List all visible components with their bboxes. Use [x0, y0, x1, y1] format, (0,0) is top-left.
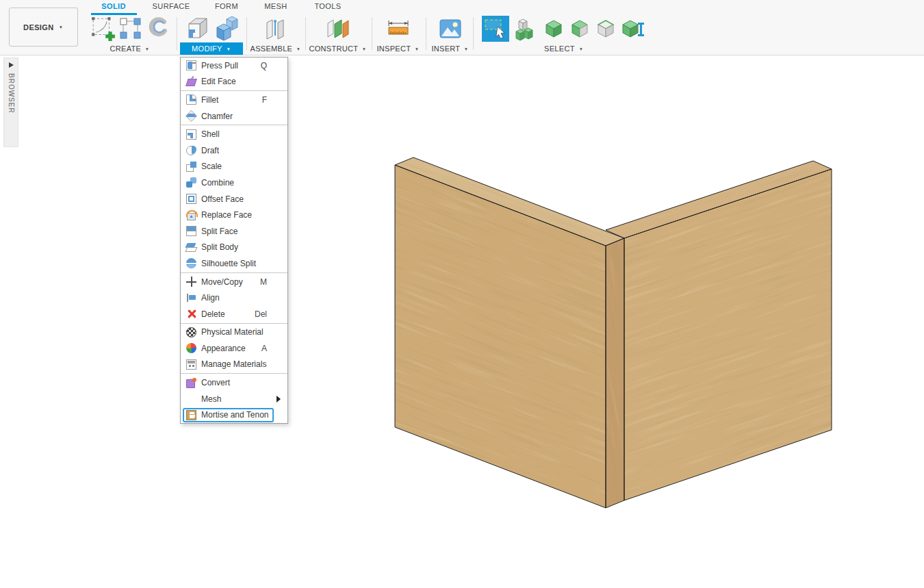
- toolbar-separator: [426, 17, 426, 50]
- workspace-switcher[interactable]: DESIGN: [9, 8, 78, 47]
- toolbar-separator: [305, 17, 306, 50]
- construct-button[interactable]: [326, 17, 350, 40]
- rectangular-pattern-button[interactable]: [118, 16, 143, 41]
- menu-item-label: Physical Material: [201, 327, 264, 337]
- menu-item-shortcut: F: [262, 95, 267, 105]
- menu-item-mortise-and-tenon[interactable]: Mortise and Tenon: [181, 407, 287, 423]
- group-label-assemble[interactable]: ASSEMBLE: [251, 42, 301, 55]
- menu-item-shortcut: Del: [255, 309, 267, 319]
- tab-solid[interactable]: SOLID: [97, 2, 131, 13]
- menu-item-scale[interactable]: Scale: [181, 159, 287, 175]
- model-viewport[interactable]: [0, 55, 924, 588]
- menu-item-physical-material[interactable]: Physical Material: [181, 324, 287, 341]
- convert-icon: [186, 378, 196, 388]
- menu-item-delete[interactable]: DeleteDel: [181, 306, 287, 322]
- dropdown-caret-icon: [361, 46, 367, 52]
- menu-item-offset-face[interactable]: Offset Face: [181, 191, 287, 207]
- insert-image-icon: [439, 18, 462, 40]
- menu-item-chamfer[interactable]: Chamfer: [181, 108, 287, 125]
- menu-item-move-copy[interactable]: Move/CopyM: [181, 274, 287, 290]
- menu-item-silhouette-split[interactable]: Silhouette Split: [181, 255, 287, 272]
- menu-item-mesh[interactable]: Mesh: [181, 391, 287, 407]
- silhouette-split-icon: [186, 258, 196, 268]
- select-face-button[interactable]: [569, 18, 590, 40]
- menu-item-label: Manage Materials: [201, 359, 266, 369]
- measure-button[interactable]: [386, 18, 411, 40]
- group-label-construct[interactable]: CONSTRUCT: [309, 42, 367, 55]
- select-text-cursor-button[interactable]: [621, 18, 646, 40]
- menu-item-label: Fillet: [201, 95, 218, 105]
- press-pull-button[interactable]: [183, 15, 211, 42]
- select-body-icon: [543, 18, 564, 40]
- menu-item-combine[interactable]: Combine: [181, 175, 287, 191]
- menu-item-split-face[interactable]: Split Face: [181, 223, 287, 240]
- group-insert: INSERT: [431, 15, 470, 55]
- select-edge-button[interactable]: [595, 18, 616, 40]
- rectangular-pattern-icon: [118, 16, 143, 41]
- menu-item-convert[interactable]: Convert: [181, 374, 287, 391]
- combine-button[interactable]: [213, 15, 240, 42]
- expand-arrow-icon: [9, 62, 14, 68]
- menu-item-label: Shell: [201, 129, 220, 139]
- sweep-button[interactable]: [145, 16, 170, 41]
- menu-item-label: Scale: [201, 162, 222, 171]
- select-window-button[interactable]: [482, 16, 509, 42]
- menu-item-label: Combine: [201, 178, 234, 188]
- menu-item-label: Press Pull: [201, 61, 238, 71]
- menu-item-shell[interactable]: Shell: [181, 126, 287, 142]
- blank-icon: [186, 394, 196, 404]
- dropdown-caret-icon: [414, 46, 420, 52]
- menu-item-draft[interactable]: Draft: [181, 142, 287, 159]
- group-label-inspect[interactable]: INSPECT: [376, 42, 420, 55]
- menu-item-label: Appearance: [201, 344, 246, 353]
- menu-item-label: Silhouette Split: [201, 259, 256, 268]
- tab-tools[interactable]: TOOLS: [314, 2, 342, 13]
- toolbar-separator: [473, 17, 474, 50]
- create-sketch-button[interactable]: [90, 16, 116, 42]
- insert-image-button[interactable]: [439, 18, 462, 40]
- browser-panel-collapsed[interactable]: BROWSER: [3, 57, 18, 147]
- menu-item-label: Mesh: [201, 394, 221, 404]
- inspect-measure-icon: [386, 18, 411, 40]
- group-modify: MODIFY: [180, 15, 243, 55]
- group-label-modify[interactable]: MODIFY: [180, 42, 243, 55]
- menu-item-label: Convert: [201, 378, 230, 387]
- menu-item-label: Mortise and Tenon: [201, 410, 269, 420]
- split-face-icon: [186, 226, 196, 236]
- group-create: CREATE: [86, 15, 174, 55]
- replace-face-icon: [186, 210, 196, 220]
- menu-item-align[interactable]: Align: [181, 290, 287, 306]
- select-priority-button[interactable]: [515, 16, 538, 41]
- align-icon: [186, 293, 196, 303]
- tab-form[interactable]: FORM: [214, 2, 239, 13]
- group-label-select[interactable]: SELECT: [478, 42, 650, 55]
- menu-item-fillet[interactable]: FilletF: [181, 92, 287, 108]
- mortise-tenon-icon: [186, 410, 196, 420]
- group-inspect: INSPECT: [376, 15, 420, 55]
- select-priority-icon: [515, 16, 538, 41]
- menu-item-label: Split Body: [201, 242, 238, 252]
- draft-icon: [186, 145, 196, 155]
- toolbar-separator: [177, 17, 177, 50]
- menu-item-shortcut: M: [260, 277, 267, 287]
- press-pull-icon: [186, 60, 196, 71]
- menu-item-edit-face[interactable]: Edit Face: [181, 74, 287, 90]
- group-label-insert[interactable]: INSERT: [431, 42, 470, 55]
- menu-item-label: Offset Face: [201, 194, 244, 204]
- menu-item-replace-face[interactable]: Replace Face: [181, 207, 287, 223]
- menu-item-split-body[interactable]: Split Body: [181, 240, 287, 256]
- tab-mesh[interactable]: MESH: [264, 2, 287, 13]
- assemble-button[interactable]: [264, 16, 288, 41]
- menu-item-label: Chamfer: [201, 112, 233, 121]
- menu-item-label: Edit Face: [201, 77, 236, 86]
- menu-item-manage-materials[interactable]: Manage Materials: [181, 357, 287, 373]
- tab-surface[interactable]: SURFACE: [151, 2, 192, 13]
- select-edge-icon: [595, 18, 616, 40]
- group-label-create[interactable]: CREATE: [86, 42, 174, 55]
- select-body-button[interactable]: [543, 18, 564, 40]
- menu-item-press-pull[interactable]: Press PullQ: [181, 57, 287, 74]
- split-body-icon: [186, 242, 196, 253]
- dropdown-caret-icon: [296, 46, 301, 52]
- select-face-icon: [569, 18, 590, 40]
- menu-item-appearance[interactable]: AppearanceA: [181, 340, 287, 357]
